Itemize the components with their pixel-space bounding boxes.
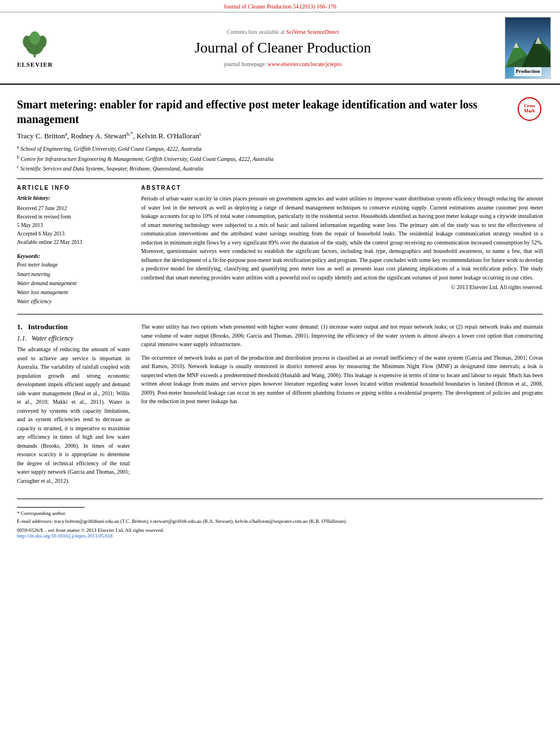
affil-a: a School of Engineering, Griffith Univer… (17, 144, 543, 153)
intro-section-title: 1. Introduction (17, 322, 130, 331)
divider-mid (17, 314, 543, 314)
article-footer: * Corresponding author. E-mail addresses… (17, 499, 543, 539)
elsevier-logo-area: ELSEVIER (7, 17, 63, 79)
authors-line: Tracy C. Brittona, Rodney A. Stewartb,*,… (17, 131, 543, 141)
revised-date: 5 May 2013 (17, 222, 43, 228)
sciverse-line: Contents lists available at SciVerse Sci… (227, 29, 339, 35)
accepted-date: Accepted 6 May 2013 (17, 231, 64, 237)
page-wrapper: Journal of Cleaner Production 54 (2013) … (0, 0, 560, 544)
crossmark-badge: CrossMark (518, 97, 543, 123)
intro-subsection-title: 1.1. Water efficiency (17, 335, 130, 342)
journal-header-center: Contents lists available at SciVerse Sci… (68, 17, 498, 79)
doi-line: http://dx.doi.org/10.1016/j.jclepro.2013… (17, 533, 543, 539)
intro-right-text: The water utility has two options when p… (141, 322, 543, 406)
abstract-text: Periods of urban water scarcity in citie… (141, 194, 543, 282)
journal-header: ELSEVIER Contents lists available at Sci… (0, 12, 560, 85)
article-title-text: Smart metering: enabler for rapid and ef… (17, 98, 478, 125)
doi-link[interactable]: http://dx.doi.org/10.1016/j.jclepro.2013… (17, 533, 113, 539)
keyword-3: Water demand management (17, 279, 130, 288)
keyword-1: Post meter leakage (17, 260, 130, 269)
author-sup-a: a (65, 131, 67, 137)
affil-c: c Scientific Services and Data Systems, … (17, 164, 543, 173)
intro-left-col: 1. Introduction 1.1. Water efficiency Th… (17, 322, 130, 490)
keywords-label: Keywords: (17, 254, 130, 259)
main-content: Smart metering: enabler for rapid and ef… (0, 85, 560, 544)
footnote-section: * Corresponding author. E-mail addresses… (17, 510, 543, 525)
journal-header-right: Cleaner Production (502, 17, 553, 79)
elsevier-logo: ELSEVIER (17, 29, 53, 68)
top-bar: Journal of Cleaner Production 54 (2013) … (0, 0, 560, 12)
crossmark-circle: CrossMark (518, 97, 541, 121)
received-date: Received 27 June 2012 (17, 206, 67, 211)
article-info-heading: ARTICLE INFO (17, 185, 130, 191)
homepage-link[interactable]: www.elsevier.com/locate/jclepro (268, 61, 342, 67)
sciverse-link[interactable]: SciVerse ScienceDirect (286, 29, 339, 35)
corresponding-note: * Corresponding author. (17, 510, 543, 518)
article-title-area: Smart metering: enabler for rapid and ef… (17, 97, 543, 126)
svg-point-5 (30, 31, 40, 45)
keywords-section: Keywords: Post meter leakage Smart meter… (17, 254, 130, 306)
journal-homepage: journal homepage: www.elsevier.com/locat… (224, 61, 342, 67)
history-label: Article history: (17, 194, 130, 203)
keywords-list: Post meter leakage Smart metering Water … (17, 260, 130, 306)
online-date: Available online 22 May 2013 (17, 239, 82, 245)
intro-section: 1. Introduction 1.1. Water efficiency Th… (17, 322, 543, 490)
keyword-2: Smart metering (17, 270, 130, 279)
divider-top (17, 178, 543, 179)
journal-title: Journal of Cleaner Production (195, 40, 371, 56)
email-note: E-mail addresses: tracy.britton@griffith… (17, 518, 543, 526)
article-body: ARTICLE INFO Article history: Received 2… (17, 185, 543, 306)
issn-text: 0959-6526/$ – see front matter © 2013 El… (17, 527, 164, 533)
journal-citation: Journal of Cleaner Production 54 (2013) … (224, 3, 336, 10)
affil-b: b Centre for Infrastructure Engineering … (17, 154, 543, 163)
author-sup-b: b,* (126, 131, 133, 137)
revised-label: Received in revised form (17, 214, 71, 220)
cleaner-prod-badge: Cleaner Production (505, 17, 551, 79)
footnote-divider (17, 507, 85, 508)
footer-bottom: 0959-6526/$ – see front matter © 2013 El… (17, 527, 543, 533)
article-history: Article history: Received 27 June 2012 R… (17, 194, 130, 247)
article-info-col: ARTICLE INFO Article history: Received 2… (17, 185, 130, 306)
author-sup-c: c (199, 131, 202, 137)
elsevier-text: ELSEVIER (17, 61, 53, 68)
elsevier-tree-icon (19, 29, 50, 60)
intro-left-text: The advantage of reducing the amount of … (17, 345, 130, 485)
copyright-line: © 2013 Elsevier Ltd. All rights reserved… (141, 284, 543, 290)
keyword-4: Water loss management (17, 288, 130, 297)
abstract-heading: ABSTRACT (141, 185, 543, 191)
badge-landscape-icon (505, 18, 550, 67)
affiliations: a School of Engineering, Griffith Univer… (17, 144, 543, 173)
keyword-5: Water efficiency (17, 297, 130, 306)
intro-right-col: The water utility has two options when p… (141, 322, 543, 490)
abstract-col: ABSTRACT Periods of urban water scarcity… (141, 185, 543, 306)
crossmark-text: CrossMark (524, 104, 535, 114)
